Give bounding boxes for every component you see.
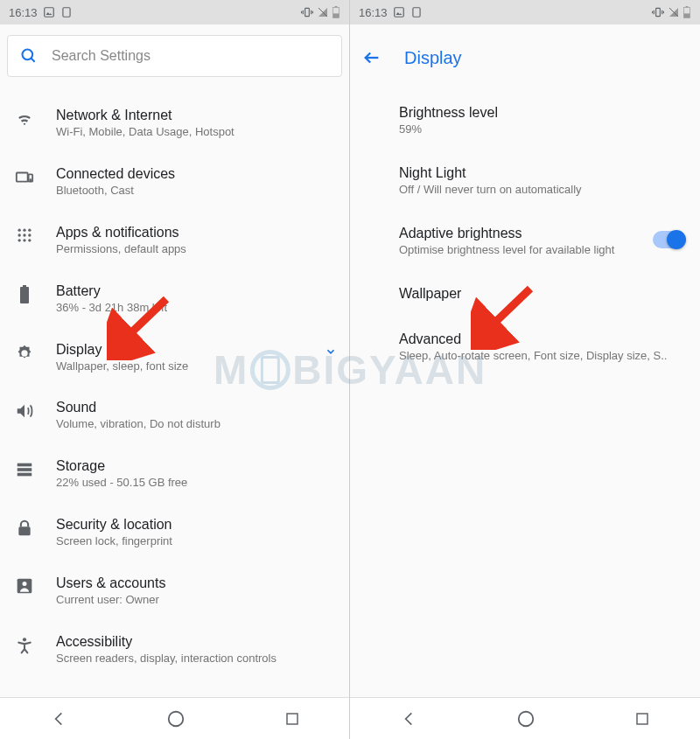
display-settings-pane: 16:13 (350, 0, 700, 739)
svg-rect-39 (394, 8, 403, 17)
recents-nav-button[interactable] (284, 711, 300, 727)
svg-rect-0 (44, 8, 53, 17)
svg-rect-52 (637, 714, 648, 724)
svg-rect-31 (18, 527, 30, 536)
status-time: 16:13 (9, 6, 38, 19)
item-title: Apps & notifications (56, 225, 337, 241)
item-sound[interactable]: Sound Volume, vibration, Do not disturb (0, 387, 349, 445)
item-sub: 22% used - 50.15 GB free (56, 476, 337, 491)
apps-icon (12, 225, 37, 244)
item-sub: Bluetooth, Cast (56, 184, 337, 199)
image-icon (43, 6, 55, 18)
svg-point-33 (23, 582, 27, 586)
adaptive-brightness-toggle[interactable] (653, 231, 684, 248)
svg-rect-49 (684, 13, 690, 17)
status-time: 16:13 (359, 6, 388, 19)
svg-rect-36 (287, 714, 298, 724)
item-sub: Sleep, Auto-rotate screen, Font size, Di… (399, 349, 684, 364)
item-sub: Optimise brightness level for available … (399, 243, 634, 258)
item-sub: Permissions, default apps (56, 242, 337, 257)
display-header: Display (350, 31, 700, 84)
brightness-icon (12, 342, 37, 363)
svg-point-27 (21, 350, 27, 356)
home-nav-button[interactable] (516, 709, 536, 729)
item-sub: 59% (399, 122, 684, 137)
battery-icon (682, 6, 691, 18)
item-night-light[interactable]: Night Light Off / Will never turn on aut… (350, 151, 700, 212)
page-title: Display (404, 48, 462, 68)
item-wallpaper[interactable]: Wallpaper (350, 272, 700, 317)
screenshot-icon (410, 6, 423, 18)
svg-point-21 (28, 234, 31, 236)
item-brightness-level[interactable]: Brightness level 59% (350, 91, 700, 151)
item-connected-devices[interactable]: Connected devices Bluetooth, Cast (0, 153, 349, 212)
svg-point-11 (23, 50, 33, 60)
item-network-internet[interactable]: Network & Internet Wi-Fi, Mobile, Data U… (0, 94, 349, 153)
storage-icon (12, 458, 37, 479)
recents-nav-button[interactable] (634, 711, 650, 727)
no-sim-icon (318, 6, 328, 18)
svg-rect-13 (17, 172, 28, 181)
item-display[interactable]: Display Wallpaper, sleep, font size (0, 329, 349, 387)
item-storage[interactable]: Storage 22% used - 50.15 GB free (0, 445, 349, 504)
item-apps-notifications[interactable]: Apps & notifications Permissions, defaul… (0, 212, 349, 270)
item-security-location[interactable]: Security & location Screen lock, fingerp… (0, 504, 349, 562)
svg-rect-2 (305, 8, 310, 16)
svg-rect-41 (656, 8, 661, 16)
item-title: Display (56, 342, 305, 358)
item-title: Sound (56, 400, 337, 415)
screenshot-icon (60, 6, 73, 18)
search-settings[interactable]: Search Settings (7, 35, 342, 77)
item-users-accounts[interactable]: Users & accounts Current user: Owner (0, 562, 349, 621)
item-title: Wallpaper (399, 286, 684, 302)
svg-point-35 (168, 711, 183, 726)
item-title: Network & Internet (56, 108, 337, 123)
item-title: Security & location (56, 517, 337, 533)
user-icon (12, 575, 37, 595)
status-bar: 16:13 (0, 0, 349, 24)
svg-point-17 (23, 228, 25, 231)
search-icon (20, 47, 38, 65)
svg-point-18 (28, 228, 31, 231)
item-title: Storage (56, 458, 337, 474)
battery-icon (332, 6, 340, 18)
wifi-icon (12, 108, 37, 129)
item-advanced[interactable]: Advanced Sleep, Auto-rotate screen, Font… (350, 317, 700, 378)
svg-rect-29 (18, 469, 32, 472)
item-sub: Off / Will never turn on automatically (399, 183, 684, 198)
status-bar: 16:13 (350, 0, 700, 24)
item-title: Adaptive brightness (399, 226, 634, 241)
item-accessibility[interactable]: Accessibility Screen readers, display, i… (0, 621, 349, 680)
back-nav-button[interactable] (400, 710, 417, 728)
back-nav-button[interactable] (50, 710, 67, 728)
search-placeholder: Search Settings (52, 48, 150, 64)
item-title: Advanced (399, 331, 684, 347)
sound-icon (12, 400, 37, 421)
item-title: Accessibility (56, 634, 337, 650)
svg-rect-30 (18, 473, 32, 477)
svg-rect-1 (62, 8, 69, 17)
item-battery[interactable]: Battery 36% - 3d 21h 38m left (0, 270, 349, 329)
item-sub: Screen lock, fingerprint (56, 534, 337, 549)
svg-rect-10 (333, 13, 340, 17)
battery-vert-icon (12, 283, 37, 304)
svg-point-23 (23, 239, 25, 241)
accessibility-icon (12, 634, 37, 655)
vibrate-icon (300, 6, 314, 18)
svg-rect-9 (335, 6, 338, 7)
item-adaptive-brightness[interactable]: Adaptive brightness Optimise brightness … (350, 212, 700, 272)
chevron-down-icon (325, 342, 337, 358)
svg-point-20 (23, 234, 25, 236)
home-nav-button[interactable] (166, 709, 186, 729)
item-sub: Current user: Owner (56, 593, 337, 608)
item-sub: Screen readers, display, interaction con… (56, 652, 337, 666)
svg-point-22 (18, 239, 21, 241)
back-arrow-icon[interactable] (362, 48, 382, 67)
item-sub: Wi-Fi, Mobile, Data Usage, Hotspot (56, 125, 337, 140)
item-title: Users & accounts (56, 575, 337, 591)
lock-icon (12, 517, 37, 538)
settings-root-pane: 16:13 (0, 0, 350, 739)
svg-rect-48 (686, 6, 689, 7)
svg-point-15 (30, 179, 31, 180)
svg-point-19 (18, 234, 21, 236)
